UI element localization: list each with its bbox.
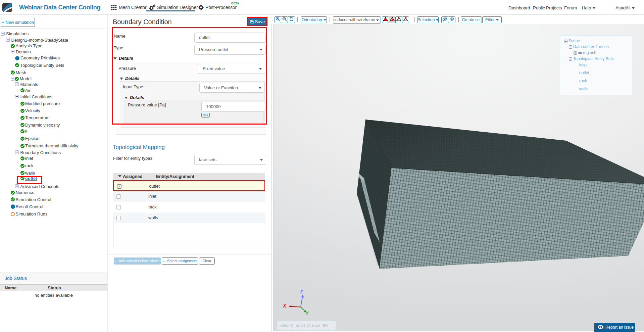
svg-text:Z: Z xyxy=(300,289,303,294)
svg-text:Y: Y xyxy=(305,310,309,316)
svg-text:X: X xyxy=(283,303,287,309)
